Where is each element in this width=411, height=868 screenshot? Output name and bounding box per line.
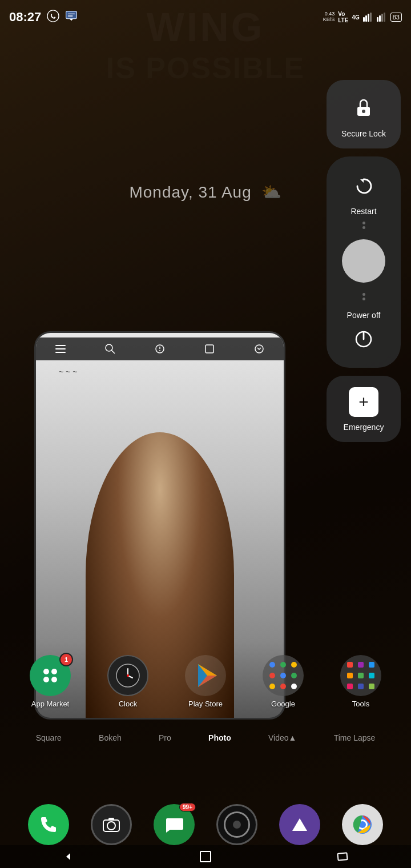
dots-separator: [362, 222, 365, 229]
status-right: 0.43KB/S VoLTE 4G 83: [323, 11, 402, 23]
play-store-icon-item[interactable]: Play Store: [185, 655, 226, 708]
svg-rect-10: [384, 13, 385, 22]
weather-icon: ⛅: [261, 183, 282, 201]
lock-icon: [348, 91, 380, 123]
svg-point-26: [43, 669, 49, 674]
tab-video[interactable]: Video▲: [268, 733, 296, 742]
svg-point-28: [43, 677, 49, 682]
date-text: Monday, 31 Aug: [129, 183, 251, 201]
restart-section[interactable]: Restart: [332, 170, 395, 216]
google-icon-item[interactable]: Google: [263, 655, 304, 708]
clock-icon-item[interactable]: Clock: [107, 655, 148, 708]
whatsapp-icon: [47, 10, 59, 25]
network-speed: 0.43KB/S: [323, 11, 335, 23]
tab-pro[interactable]: Pro: [159, 733, 171, 742]
power-off-section[interactable]: Power off: [347, 311, 381, 354]
svg-line-20: [111, 350, 115, 353]
svg-rect-4: [365, 15, 367, 22]
svg-rect-2: [66, 11, 76, 19]
emergency-label: Emergency: [344, 423, 384, 432]
tab-photo[interactable]: Photo: [208, 733, 231, 742]
dots-separator-2: [362, 293, 365, 300]
app-icons-row: 1 App Market Clock Play Store: [6, 655, 405, 708]
clock-label: Clock: [119, 700, 138, 708]
svg-point-0: [47, 10, 59, 21]
svg-point-39: [107, 822, 115, 830]
svg-rect-8: [379, 15, 381, 22]
svg-rect-5: [368, 14, 369, 22]
nav-bar: [0, 845, 411, 868]
volte-icon: VoLTE: [338, 11, 348, 23]
4g-icon: 4G: [352, 14, 359, 21]
signal-bars-icon: [363, 11, 373, 23]
camera-dock-button[interactable]: [91, 804, 132, 845]
camera2-dock-button[interactable]: [216, 804, 257, 845]
emergency-plus-icon: +: [349, 387, 378, 417]
google-label: Google: [271, 700, 295, 708]
recents-button[interactable]: [328, 848, 357, 865]
svg-point-33: [127, 674, 129, 677]
restart-icon: [348, 170, 380, 202]
play-store-label: Play Store: [188, 700, 223, 708]
camera-tabs: Square Bokeh Pro Photo Video▲ Time Lapse: [17, 733, 394, 742]
power-off-icon: [349, 324, 378, 354]
status-left: 08:27: [9, 10, 78, 25]
svg-point-12: [362, 110, 365, 113]
power-menu: Secure Lock Restart: [327, 80, 401, 442]
svg-point-29: [51, 677, 57, 682]
app-market-icon[interactable]: 1 App Market: [30, 655, 71, 708]
signal-bars-3g-icon: [377, 11, 387, 23]
phone-toolbar: [36, 337, 284, 360]
home-button[interactable]: [191, 848, 220, 865]
status-time: 08:27: [9, 10, 41, 25]
app-market-label: App Market: [31, 700, 69, 708]
emergency-button[interactable]: + Emergency: [327, 376, 401, 442]
tools-icon-item[interactable]: Tools: [340, 655, 381, 708]
svg-marker-41: [292, 818, 307, 831]
status-bar: 08:27 0.43KB/S VoLTE 4G: [0, 0, 411, 34]
messages-dock-button[interactable]: 99+: [154, 804, 195, 845]
chrome-dock-button[interactable]: [342, 804, 383, 845]
tab-timelapse[interactable]: Time Lapse: [334, 733, 376, 742]
app-market-badge: 1: [59, 653, 73, 666]
power-drag-button[interactable]: [342, 239, 385, 283]
svg-rect-16: [55, 345, 66, 346]
svg-point-27: [51, 669, 57, 674]
svg-rect-7: [377, 17, 378, 22]
tab-square[interactable]: Square: [36, 733, 62, 742]
bottom-dock: 99+: [0, 804, 411, 845]
svg-rect-6: [370, 13, 372, 22]
svg-point-23: [159, 350, 160, 351]
svg-rect-17: [55, 348, 66, 349]
svg-rect-3: [363, 17, 365, 22]
svg-marker-13: [360, 179, 364, 183]
peak-dock-button[interactable]: [279, 804, 320, 845]
back-button[interactable]: [54, 848, 83, 865]
secure-lock-button[interactable]: Secure Lock: [327, 80, 401, 148]
messages-badge: 99+: [179, 803, 196, 811]
restart-label: Restart: [350, 207, 376, 216]
power-off-label: Power off: [347, 311, 381, 320]
power-panel: Restart Power off: [327, 156, 401, 368]
svg-rect-18: [55, 352, 66, 353]
svg-rect-9: [381, 14, 383, 22]
phone-dock-button[interactable]: [28, 804, 69, 845]
secure-lock-label: Secure Lock: [341, 129, 386, 138]
battery-indicator: 83: [390, 13, 402, 22]
tab-bokeh[interactable]: Bokeh: [99, 733, 122, 742]
message-icon: [65, 10, 78, 25]
svg-rect-24: [206, 345, 213, 353]
battery-level: 83: [393, 14, 400, 21]
svg-rect-40: [108, 818, 114, 821]
tools-label: Tools: [352, 700, 369, 708]
